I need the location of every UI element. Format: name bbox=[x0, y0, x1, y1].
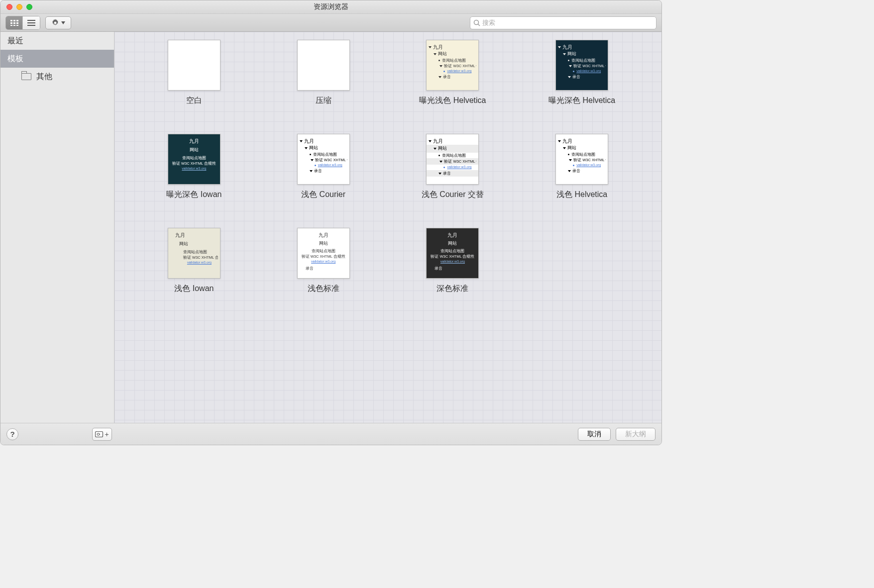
template-thumbnail: 九月 网站 查阅站点地图 验证 W3C XHTML 合规性 validator.… bbox=[297, 134, 350, 185]
svg-rect-2 bbox=[16, 20, 18, 21]
search-icon bbox=[473, 19, 480, 26]
template-label: 深色标准 bbox=[437, 284, 468, 294]
svg-point-13 bbox=[474, 20, 479, 24]
sidebar: 最近 模板 其他 bbox=[0, 32, 114, 423]
template-item[interactable]: 九月 网站 查阅站点地图 验证 W3C XHTML 合规性 validator.… bbox=[144, 134, 244, 200]
template-thumbnail: 九月 网站 查阅站点地图 验证 W3C XHTML 合规性 validator.… bbox=[426, 228, 479, 279]
svg-rect-9 bbox=[27, 20, 35, 21]
template-thumbnail bbox=[297, 40, 350, 91]
template-label: 浅色标准 bbox=[308, 284, 339, 294]
template-thumbnail bbox=[168, 40, 220, 91]
template-grid-area[interactable]: 空白 压缩 九月 网站 查阅站点地图 验证 W3C XHTML 合规性 vali… bbox=[114, 32, 661, 423]
template-thumbnail: 九月 网站 查阅站点地图 验证 W3C XHTML 合规性 validator.… bbox=[555, 40, 608, 91]
template-label: 压缩 bbox=[316, 96, 331, 106]
list-view-button[interactable] bbox=[23, 16, 40, 29]
template-label: 空白 bbox=[186, 96, 202, 106]
template-thumbnail: 九月 网站 查阅站点地图 验证 W3C XHTML 合规性 validator.… bbox=[426, 40, 479, 91]
view-mode-segmented bbox=[5, 16, 40, 30]
chevron-down-icon bbox=[61, 21, 65, 24]
template-item[interactable]: 九月 网站 查阅站点地图 验证 W3C XHTML 合规性 validator.… bbox=[532, 134, 632, 200]
svg-rect-10 bbox=[27, 22, 35, 23]
svg-rect-11 bbox=[27, 25, 35, 26]
svg-rect-1 bbox=[13, 20, 15, 21]
svg-rect-7 bbox=[13, 25, 15, 26]
template-label: 浅色 Iowan bbox=[174, 284, 214, 294]
link-add-button[interactable]: + bbox=[92, 428, 112, 441]
svg-rect-4 bbox=[13, 22, 15, 24]
body: 最近 模板 其他 空白 压缩 九月 bbox=[0, 32, 661, 423]
search-field[interactable] bbox=[470, 16, 656, 29]
svg-rect-0 bbox=[10, 20, 12, 21]
template-label: 浅色 Courier 交替 bbox=[422, 190, 484, 200]
sidebar-item-label: 其他 bbox=[36, 72, 52, 82]
window-title: 资源浏览器 bbox=[0, 2, 661, 11]
template-label: 浅色 Helvetica bbox=[556, 190, 607, 200]
new-outline-button[interactable]: 新大纲 bbox=[616, 428, 656, 441]
link-icon bbox=[95, 431, 104, 437]
template-grid: 空白 压缩 九月 网站 查阅站点地图 验证 W3C XHTML 合规性 vali… bbox=[129, 40, 647, 294]
grid-view-button[interactable] bbox=[6, 16, 23, 29]
template-item[interactable]: 九月 网站 查阅站点地图 验证 W3C XHTML 合规性 validator.… bbox=[403, 228, 502, 294]
svg-rect-6 bbox=[10, 25, 12, 26]
titlebar: 资源浏览器 bbox=[0, 0, 661, 14]
template-thumbnail: 九月 网站 查阅站点地图 验证 W3C XHTML 合规性 validator.… bbox=[555, 134, 608, 185]
template-thumbnail: 九月 网站 查阅站点地图 验证 W3C XHTML 合规性 validator.… bbox=[168, 228, 220, 279]
svg-point-12 bbox=[54, 22, 56, 24]
list-icon bbox=[27, 20, 35, 26]
resource-browser-window: 资源浏览器 最近 模板 其他 bbox=[0, 0, 662, 445]
template-thumbnail: 九月 网站 查阅站点地图 验证 W3C XHTML 合规性 validator.… bbox=[426, 134, 479, 185]
template-item[interactable]: 九月 网站 查阅站点地图 验证 W3C XHTML 合规性 validator.… bbox=[532, 40, 632, 106]
toolbar bbox=[0, 14, 661, 32]
template-item[interactable]: 压缩 bbox=[274, 40, 373, 106]
template-item[interactable]: 九月 网站 查阅站点地图 验证 W3C XHTML 合规性 validator.… bbox=[274, 228, 373, 294]
gear-icon bbox=[51, 19, 59, 27]
template-label: 浅色 Courier bbox=[301, 190, 345, 200]
template-item[interactable]: 空白 bbox=[144, 40, 244, 106]
search-input[interactable] bbox=[482, 19, 653, 26]
template-item[interactable]: 九月 网站 查阅站点地图 验证 W3C XHTML 合规性 validator.… bbox=[144, 228, 244, 294]
template-label: 曝光浅色 Helvetica bbox=[419, 96, 486, 106]
svg-rect-3 bbox=[10, 22, 12, 24]
template-thumbnail: 九月 网站 查阅站点地图 验证 W3C XHTML 合规性 validator.… bbox=[297, 228, 350, 279]
template-label: 曝光深色 Helvetica bbox=[548, 96, 615, 106]
template-thumbnail: 九月 网站 查阅站点地图 验证 W3C XHTML 合规性 validator.… bbox=[168, 134, 220, 185]
template-item[interactable]: 九月 网站 查阅站点地图 验证 W3C XHTML 合规性 validator.… bbox=[403, 40, 502, 106]
svg-line-14 bbox=[478, 24, 480, 26]
sidebar-item-other[interactable]: 其他 bbox=[0, 68, 114, 86]
cancel-button[interactable]: 取消 bbox=[578, 428, 611, 441]
template-label: 曝光深色 Iowan bbox=[166, 190, 221, 200]
folder-icon bbox=[21, 73, 31, 80]
action-menu-button[interactable] bbox=[45, 16, 71, 29]
sidebar-item-templates[interactable]: 模板 bbox=[0, 50, 114, 68]
svg-rect-8 bbox=[16, 25, 18, 26]
template-item[interactable]: 九月 网站 查阅站点地图 验证 W3C XHTML 合规性 validator.… bbox=[403, 134, 502, 200]
grid-icon bbox=[10, 20, 18, 26]
template-item[interactable]: 九月 网站 查阅站点地图 验证 W3C XHTML 合规性 validator.… bbox=[274, 134, 373, 200]
footer: ? + 取消 新大纲 bbox=[0, 423, 661, 445]
svg-rect-5 bbox=[16, 22, 18, 24]
sidebar-item-recent[interactable]: 最近 bbox=[0, 32, 114, 50]
help-button[interactable]: ? bbox=[6, 428, 18, 440]
